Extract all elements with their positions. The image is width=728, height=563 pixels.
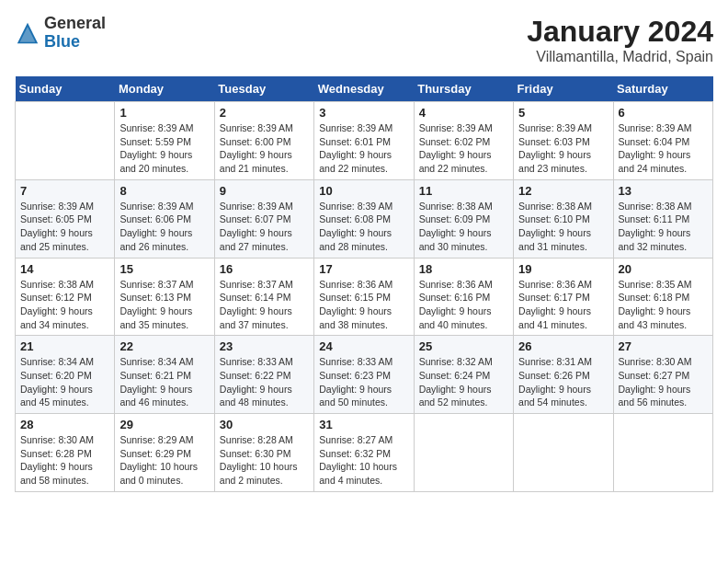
sunset-text: Sunset: 6:27 PM (619, 369, 708, 383)
sunrise-text: Sunrise: 8:38 AM (619, 200, 708, 213)
sunrise-text: Sunrise: 8:35 AM (619, 278, 708, 292)
weekday-header: Tuesday (214, 76, 313, 102)
day-info: Sunrise: 8:36 AMSunset: 6:15 PMDaylight:… (319, 278, 408, 332)
daylight-text: Daylight: 9 hours and 21 minutes. (220, 148, 309, 175)
day-number: 17 (319, 262, 408, 276)
calendar-week-row: 1Sunrise: 8:39 AMSunset: 5:59 PMDaylight… (16, 102, 713, 180)
sunset-text: Sunset: 6:11 PM (619, 213, 708, 226)
day-number: 23 (220, 339, 309, 353)
sunset-text: Sunset: 6:26 PM (518, 369, 608, 383)
day-number: 20 (619, 262, 708, 276)
calendar-cell: 18Sunrise: 8:36 AMSunset: 6:16 PMDayligh… (414, 258, 513, 336)
sunset-text: Sunset: 6:17 PM (518, 291, 608, 304)
calendar-cell: 20Sunrise: 8:35 AMSunset: 6:18 PMDayligh… (613, 258, 712, 336)
sunset-text: Sunset: 6:03 PM (518, 135, 608, 149)
day-number: 19 (518, 262, 608, 276)
day-info: Sunrise: 8:31 AMSunset: 6:26 PMDaylight:… (518, 355, 608, 409)
daylight-text: Daylight: 9 hours and 31 minutes. (518, 226, 608, 253)
calendar-cell: 12Sunrise: 8:38 AMSunset: 6:10 PMDayligh… (514, 179, 613, 258)
day-number: 22 (119, 339, 209, 353)
day-number: 7 (20, 184, 109, 198)
daylight-text: Daylight: 9 hours and 22 minutes. (319, 148, 408, 175)
day-info: Sunrise: 8:39 AMSunset: 6:01 PMDaylight:… (319, 121, 408, 176)
sunrise-text: Sunrise: 8:30 AM (619, 355, 708, 369)
sunrise-text: Sunrise: 8:39 AM (419, 121, 508, 135)
sunrise-text: Sunrise: 8:39 AM (220, 200, 309, 213)
day-number: 2 (220, 106, 309, 120)
calendar-cell: 22Sunrise: 8:34 AMSunset: 6:21 PMDayligh… (115, 336, 214, 414)
calendar-week-row: 21Sunrise: 8:34 AMSunset: 6:20 PMDayligh… (16, 336, 713, 414)
day-info: Sunrise: 8:39 AMSunset: 6:06 PMDaylight:… (119, 200, 209, 254)
daylight-text: Daylight: 10 hours and 2 minutes. (220, 460, 309, 487)
calendar-cell: 17Sunrise: 8:36 AMSunset: 6:15 PMDayligh… (314, 258, 414, 336)
day-info: Sunrise: 8:30 AMSunset: 6:27 PMDaylight:… (619, 355, 708, 409)
day-number: 3 (319, 106, 408, 120)
sunrise-text: Sunrise: 8:32 AM (419, 355, 508, 369)
logo-text: General Blue (44, 15, 106, 52)
sunset-text: Sunset: 5:59 PM (119, 135, 209, 149)
sunset-text: Sunset: 6:02 PM (419, 135, 508, 149)
day-info: Sunrise: 8:27 AMSunset: 6:32 PMDaylight:… (319, 433, 408, 488)
sunset-text: Sunset: 6:18 PM (619, 291, 708, 304)
calendar-week-row: 28Sunrise: 8:30 AMSunset: 6:28 PMDayligh… (16, 414, 713, 492)
month-title: January 2024 (527, 15, 713, 49)
sunset-text: Sunset: 6:07 PM (220, 213, 309, 226)
sunrise-text: Sunrise: 8:38 AM (518, 200, 608, 213)
calendar-cell: 2Sunrise: 8:39 AMSunset: 6:00 PMDaylight… (214, 102, 313, 180)
daylight-text: Daylight: 9 hours and 30 minutes. (419, 226, 508, 253)
daylight-text: Daylight: 9 hours and 43 minutes. (619, 304, 708, 331)
sunrise-text: Sunrise: 8:36 AM (518, 278, 608, 292)
day-number: 6 (619, 106, 708, 120)
day-info: Sunrise: 8:34 AMSunset: 6:20 PMDaylight:… (20, 355, 109, 409)
calendar-cell: 6Sunrise: 8:39 AMSunset: 6:04 PMDaylight… (613, 102, 712, 180)
calendar-week-row: 7Sunrise: 8:39 AMSunset: 6:05 PMDaylight… (16, 179, 713, 258)
sunset-text: Sunset: 6:01 PM (319, 135, 408, 149)
daylight-text: Daylight: 9 hours and 26 minutes. (119, 226, 209, 253)
sunset-text: Sunset: 6:13 PM (119, 291, 209, 304)
daylight-text: Daylight: 9 hours and 45 minutes. (20, 383, 109, 409)
daylight-text: Daylight: 9 hours and 41 minutes. (518, 304, 608, 331)
day-info: Sunrise: 8:39 AMSunset: 6:08 PMDaylight:… (319, 200, 408, 254)
calendar-cell (613, 414, 712, 492)
day-number: 15 (119, 262, 209, 276)
daylight-text: Daylight: 9 hours and 56 minutes. (619, 383, 708, 409)
sunrise-text: Sunrise: 8:39 AM (119, 200, 209, 213)
day-info: Sunrise: 8:39 AMSunset: 6:07 PMDaylight:… (220, 200, 309, 254)
day-info: Sunrise: 8:39 AMSunset: 6:00 PMDaylight:… (220, 121, 309, 176)
daylight-text: Daylight: 9 hours and 22 minutes. (419, 148, 508, 175)
day-number: 4 (419, 106, 508, 120)
day-info: Sunrise: 8:38 AMSunset: 6:11 PMDaylight:… (619, 200, 708, 254)
sunrise-text: Sunrise: 8:38 AM (20, 278, 109, 292)
day-info: Sunrise: 8:38 AMSunset: 6:12 PMDaylight:… (20, 278, 109, 332)
sunrise-text: Sunrise: 8:39 AM (619, 121, 708, 135)
sunset-text: Sunset: 6:08 PM (319, 213, 408, 226)
sunrise-text: Sunrise: 8:33 AM (319, 355, 408, 369)
daylight-text: Daylight: 9 hours and 54 minutes. (518, 383, 608, 409)
logo: General Blue (15, 15, 106, 52)
sunrise-text: Sunrise: 8:39 AM (319, 121, 408, 135)
sunrise-text: Sunrise: 8:28 AM (220, 433, 309, 447)
daylight-text: Daylight: 9 hours and 38 minutes. (319, 304, 408, 331)
calendar-cell: 8Sunrise: 8:39 AMSunset: 6:06 PMDaylight… (115, 179, 214, 258)
day-number: 25 (419, 339, 508, 353)
calendar-cell: 24Sunrise: 8:33 AMSunset: 6:23 PMDayligh… (314, 336, 414, 414)
sunrise-text: Sunrise: 8:30 AM (20, 433, 109, 447)
calendar-cell: 1Sunrise: 8:39 AMSunset: 5:59 PMDaylight… (115, 102, 214, 180)
daylight-text: Daylight: 10 hours and 0 minutes. (119, 460, 209, 487)
day-info: Sunrise: 8:28 AMSunset: 6:30 PMDaylight:… (220, 433, 309, 488)
sunrise-text: Sunrise: 8:31 AM (518, 355, 608, 369)
calendar-cell: 28Sunrise: 8:30 AMSunset: 6:28 PMDayligh… (16, 414, 115, 492)
day-number: 13 (619, 184, 708, 198)
day-number: 24 (319, 339, 408, 353)
daylight-text: Daylight: 9 hours and 32 minutes. (619, 226, 708, 253)
daylight-text: Daylight: 9 hours and 48 minutes. (220, 383, 309, 409)
sunrise-text: Sunrise: 8:39 AM (319, 200, 408, 213)
day-info: Sunrise: 8:39 AMSunset: 5:59 PMDaylight:… (119, 121, 209, 176)
calendar-cell: 3Sunrise: 8:39 AMSunset: 6:01 PMDaylight… (314, 102, 414, 180)
day-info: Sunrise: 8:32 AMSunset: 6:24 PMDaylight:… (419, 355, 508, 409)
day-info: Sunrise: 8:39 AMSunset: 6:03 PMDaylight:… (518, 121, 608, 176)
calendar-cell: 23Sunrise: 8:33 AMSunset: 6:22 PMDayligh… (214, 336, 313, 414)
day-info: Sunrise: 8:36 AMSunset: 6:17 PMDaylight:… (518, 278, 608, 332)
sunrise-text: Sunrise: 8:34 AM (119, 355, 209, 369)
sunrise-text: Sunrise: 8:36 AM (419, 278, 508, 292)
